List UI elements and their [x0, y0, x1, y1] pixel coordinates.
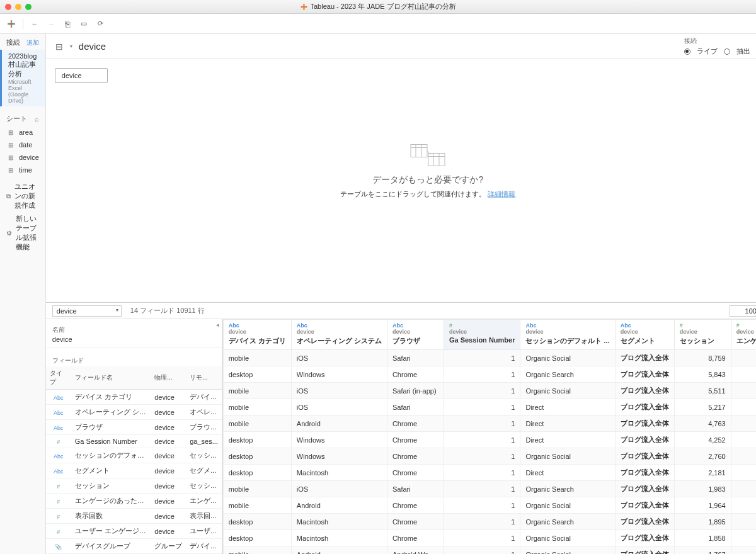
connections-header: 接続	[6, 38, 20, 47]
field-count-info: 14 フィールド 10911 行	[130, 306, 205, 315]
close-icon[interactable]	[5, 4, 11, 10]
data-row[interactable]: mobileAndroidChrome1Directブログ流入全体4,763	[223, 416, 756, 432]
datasource-menu-icon[interactable]: ▾	[70, 43, 72, 49]
sheet-item[interactable]: ⊞area	[0, 126, 45, 138]
data-col-header[interactable]: #deviceセッション	[674, 320, 731, 350]
data-grid[interactable]: Abcdeviceデバイス カテゴリAbcdeviceオペレーティング システム…	[222, 319, 756, 554]
svg-rect-1	[301, 6, 307, 8]
sheet-item[interactable]: ⊞time	[0, 164, 45, 176]
canvas-empty-state: データがもっと必要ですか? テーブルをここにドラッグして関連付けます。 詳細情報	[340, 144, 515, 198]
datasource-name[interactable]: device	[79, 41, 106, 52]
field-row[interactable]: #ユーザー エンゲージメントdeviceユーザ...	[46, 524, 222, 539]
tableau-logo-icon	[300, 3, 307, 11]
svg-rect-8	[428, 153, 445, 166]
field-row[interactable]: #表示回数device表示回...	[46, 509, 222, 524]
data-row[interactable]: desktopMacintoshChrome1Organic Searchブログ…	[223, 514, 756, 530]
fields-table: タイプフィールド名物理...リモ...Abcデバイス カテゴリdeviceデバイ…	[46, 366, 222, 554]
field-row[interactable]: Abcデバイス カテゴリdeviceデバイ...	[46, 390, 222, 405]
toolbar: ← → ⎘ ▭ ⟳	[0, 14, 756, 34]
field-row[interactable]: Abcセグメントdeviceセグメ...	[46, 463, 222, 478]
name-label: 名前	[46, 319, 222, 336]
data-col-header[interactable]: Abcdeviceオペレーティング システム	[291, 320, 387, 350]
sheet-selector[interactable]: device	[52, 305, 122, 317]
add-connection-link[interactable]: 追加	[26, 38, 39, 47]
data-row[interactable]: mobileiOSSafari (in-app)1Organic Socialブ…	[223, 383, 756, 399]
new-union-button[interactable]: ⧉ユニオンの新規作成	[0, 180, 45, 212]
forward-icon[interactable]: →	[46, 19, 56, 29]
field-row[interactable]: #エンゲージのあったセッショ...deviceエンゲ...	[46, 494, 222, 509]
field-col-header[interactable]: 物理...	[151, 366, 186, 390]
data-row[interactable]: desktopWindowsChrome1Directブログ流入全体4,252	[223, 432, 756, 448]
table-icon: ⊞	[6, 153, 15, 162]
presentation-icon[interactable]: ▭	[79, 19, 89, 29]
svg-rect-4	[411, 144, 427, 157]
field-row[interactable]: Abcセッションのデフォルト チ...deviceセッシ...	[46, 448, 222, 463]
data-col-header[interactable]: #deviceエンゲージのあった...	[731, 320, 756, 350]
new-table-extension-button[interactable]: ⚙新しいテーブル拡張機能	[0, 212, 45, 254]
data-row[interactable]: desktopWindowsChrome1Organic Socialブログ流入…	[223, 448, 756, 465]
data-row[interactable]: desktopMacintoshChrome1Organic Socialブログ…	[223, 530, 756, 546]
fields-label: フィールド	[46, 348, 222, 366]
live-radio[interactable]	[684, 48, 690, 55]
tables-icon	[410, 144, 445, 166]
table-icon: ⊞	[6, 140, 15, 149]
metadata-panel: ◂ 名前 device フィールド タイプフィールド名物理...リモ...Abc…	[46, 319, 222, 554]
connection-item[interactable]: 2023blog村山記事分析 Microsoft Excel (Google D…	[0, 50, 45, 106]
datasource-header: ⊟ ▾ device 接続 ライブ 抽出 フィルター 0 追加	[46, 34, 756, 59]
field-col-header[interactable]: タイプ	[46, 366, 71, 390]
table-pill[interactable]: device	[55, 68, 108, 83]
data-row[interactable]: desktopWindowsChrome1Organic Searchブログ流入…	[223, 366, 756, 383]
data-col-header[interactable]: Abcdeviceセグメント	[615, 320, 674, 350]
data-row[interactable]: mobileiOSSafari1Directブログ流入全体5,217	[223, 399, 756, 416]
data-row[interactable]: mobileAndroidAndroid We...1Organic Socia…	[223, 546, 756, 555]
learn-more-link[interactable]: 詳細情報	[488, 189, 515, 197]
name-value: device	[46, 336, 222, 348]
data-col-header[interactable]: Abcdeviceセッションのデフォルト ...	[520, 320, 615, 350]
data-row[interactable]: mobileAndroidChrome1Organic Socialブログ流入全…	[223, 497, 756, 514]
zoom-icon[interactable]	[25, 4, 32, 10]
rows-input[interactable]: 100	[730, 305, 756, 317]
table-icon: ⊞	[6, 128, 15, 137]
sheets-header: シート	[6, 114, 27, 123]
grid-toolbar: device 14 フィールド 10911 行 100 → 行 ⚙ ▾	[46, 303, 756, 319]
titlebar: Tableau - 2023 年 JADE ブログ村山記事の分析	[0, 0, 756, 14]
data-row[interactable]: mobileiOSSafari1Organic Socialブログ流入全体8,7…	[223, 350, 756, 366]
field-row[interactable]: 📎デバイスグループグループデバイ...	[46, 539, 222, 554]
field-col-header[interactable]: フィールド名	[71, 366, 151, 390]
extension-icon: ⚙	[6, 229, 12, 237]
data-col-header[interactable]: Abcdeviceデバイス カテゴリ	[223, 320, 291, 350]
save-icon[interactable]: ⎘	[62, 19, 72, 29]
field-row[interactable]: Abcブラウザdeviceブラウ...	[46, 420, 222, 435]
union-icon: ⧉	[6, 192, 11, 201]
field-row[interactable]: #Ga Session Numberdevicega_ses...	[46, 435, 222, 448]
search-icon[interactable]: ⌕	[35, 115, 39, 123]
canvas[interactable]: device データがもっと必要ですか? テーブルをここにドラッグして関連付けま…	[46, 59, 756, 302]
window-title: Tableau - 2023 年 JADE ブログ村山記事の分析	[300, 2, 455, 11]
connection-label: 接続	[684, 37, 750, 45]
back-icon[interactable]: ←	[30, 19, 40, 29]
table-icon: ⊞	[6, 166, 15, 174]
tableau-icon[interactable]	[6, 19, 16, 29]
minimize-icon[interactable]	[15, 4, 21, 10]
collapse-icon[interactable]: ◂	[216, 322, 219, 328]
data-row[interactable]: mobileiOSSafari1Organic Searchブログ流入全体1,9…	[223, 481, 756, 497]
extract-radio[interactable]	[724, 48, 730, 55]
datasource-icon: ⊟	[55, 42, 64, 51]
field-row[interactable]: #セッションdeviceセッシ...	[46, 478, 222, 494]
sheet-item[interactable]: ⊞date	[0, 138, 45, 151]
sidebar: 接続追加 2023blog村山記事分析 Microsoft Excel (Goo…	[0, 34, 46, 554]
data-row[interactable]: desktopMacintoshChrome1Directブログ流入全体2,18…	[223, 465, 756, 481]
refresh-icon[interactable]: ⟳	[95, 19, 105, 29]
data-col-header[interactable]: #deviceGa Session Number	[444, 320, 520, 350]
sheet-item[interactable]: ⊞device	[0, 151, 45, 164]
svg-rect-3	[8, 23, 15, 24]
field-row[interactable]: Abcオペレーティング システムdeviceオペレ...	[46, 405, 222, 420]
field-col-header[interactable]: リモ...	[186, 366, 222, 390]
data-col-header[interactable]: Abcdeviceブラウザ	[387, 320, 444, 350]
